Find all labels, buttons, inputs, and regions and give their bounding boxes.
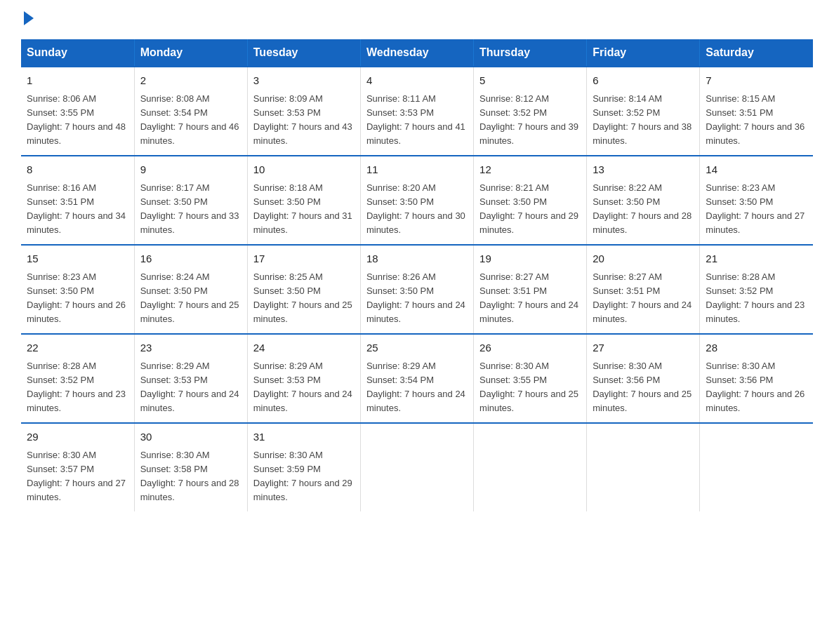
table-row: 8Sunrise: 8:16 AMSunset: 3:51 PMDaylight… <box>21 156 134 245</box>
table-row: 14Sunrise: 8:23 AMSunset: 3:50 PMDayligh… <box>700 156 813 245</box>
table-row <box>360 423 473 511</box>
day-info: Sunrise: 8:09 AMSunset: 3:53 PMDaylight:… <box>253 92 355 149</box>
table-row <box>474 423 587 511</box>
day-info: Sunrise: 8:06 AMSunset: 3:55 PMDaylight:… <box>27 92 128 149</box>
day-number: 20 <box>593 251 694 267</box>
day-info: Sunrise: 8:30 AMSunset: 3:56 PMDaylight:… <box>706 359 807 416</box>
table-row: 19Sunrise: 8:27 AMSunset: 3:51 PMDayligh… <box>474 245 587 334</box>
day-number: 27 <box>593 340 694 356</box>
table-row: 6Sunrise: 8:14 AMSunset: 3:52 PMDaylight… <box>587 67 700 156</box>
day-info: Sunrise: 8:27 AMSunset: 3:51 PMDaylight:… <box>479 270 581 327</box>
day-number: 1 <box>27 73 128 89</box>
weekday-header-friday: Friday <box>587 39 700 67</box>
day-info: Sunrise: 8:30 AMSunset: 3:58 PMDaylight:… <box>140 448 241 505</box>
table-row: 15Sunrise: 8:23 AMSunset: 3:50 PMDayligh… <box>21 245 134 334</box>
day-number: 30 <box>140 429 241 445</box>
table-row: 27Sunrise: 8:30 AMSunset: 3:56 PMDayligh… <box>587 334 700 423</box>
day-info: Sunrise: 8:22 AMSunset: 3:50 PMDaylight:… <box>593 181 694 238</box>
day-number: 21 <box>706 251 807 267</box>
day-number: 11 <box>366 162 468 178</box>
table-row: 1Sunrise: 8:06 AMSunset: 3:55 PMDaylight… <box>21 67 134 156</box>
table-row: 18Sunrise: 8:26 AMSunset: 3:50 PMDayligh… <box>360 245 473 334</box>
table-row: 4Sunrise: 8:11 AMSunset: 3:53 PMDaylight… <box>360 67 473 156</box>
table-row: 11Sunrise: 8:20 AMSunset: 3:50 PMDayligh… <box>360 156 473 245</box>
table-row: 10Sunrise: 8:18 AMSunset: 3:50 PMDayligh… <box>247 156 360 245</box>
day-number: 3 <box>253 73 355 89</box>
day-number: 14 <box>706 162 807 178</box>
calendar-week-3: 15Sunrise: 8:23 AMSunset: 3:50 PMDayligh… <box>21 245 813 334</box>
weekday-header-monday: Monday <box>134 39 247 67</box>
day-number: 10 <box>253 162 355 178</box>
day-info: Sunrise: 8:18 AMSunset: 3:50 PMDaylight:… <box>253 181 355 238</box>
day-info: Sunrise: 8:30 AMSunset: 3:57 PMDaylight:… <box>27 448 128 505</box>
table-row: 21Sunrise: 8:28 AMSunset: 3:52 PMDayligh… <box>700 245 813 334</box>
day-number: 4 <box>366 73 468 89</box>
day-info: Sunrise: 8:28 AMSunset: 3:52 PMDaylight:… <box>27 359 128 416</box>
table-row <box>587 423 700 511</box>
page-header <box>21 14 813 25</box>
table-row: 16Sunrise: 8:24 AMSunset: 3:50 PMDayligh… <box>134 245 247 334</box>
day-info: Sunrise: 8:20 AMSunset: 3:50 PMDaylight:… <box>366 181 468 238</box>
table-row: 25Sunrise: 8:29 AMSunset: 3:54 PMDayligh… <box>360 334 473 423</box>
day-number: 13 <box>593 162 694 178</box>
day-info: Sunrise: 8:23 AMSunset: 3:50 PMDaylight:… <box>706 181 807 238</box>
day-info: Sunrise: 8:15 AMSunset: 3:51 PMDaylight:… <box>706 92 807 149</box>
table-row: 30Sunrise: 8:30 AMSunset: 3:58 PMDayligh… <box>134 423 247 511</box>
day-number: 7 <box>706 73 807 89</box>
day-info: Sunrise: 8:30 AMSunset: 3:56 PMDaylight:… <box>593 359 694 416</box>
table-row: 2Sunrise: 8:08 AMSunset: 3:54 PMDaylight… <box>134 67 247 156</box>
day-info: Sunrise: 8:12 AMSunset: 3:52 PMDaylight:… <box>479 92 581 149</box>
weekday-row: SundayMondayTuesdayWednesdayThursdayFrid… <box>21 39 813 67</box>
day-info: Sunrise: 8:29 AMSunset: 3:53 PMDaylight:… <box>140 359 241 416</box>
calendar-week-5: 29Sunrise: 8:30 AMSunset: 3:57 PMDayligh… <box>21 423 813 511</box>
table-row: 24Sunrise: 8:29 AMSunset: 3:53 PMDayligh… <box>247 334 360 423</box>
day-number: 17 <box>253 251 355 267</box>
day-number: 18 <box>366 251 468 267</box>
day-info: Sunrise: 8:11 AMSunset: 3:53 PMDaylight:… <box>366 92 468 149</box>
day-number: 26 <box>479 340 581 356</box>
table-row: 26Sunrise: 8:30 AMSunset: 3:55 PMDayligh… <box>474 334 587 423</box>
logo-text <box>21 14 34 25</box>
day-number: 6 <box>593 73 694 89</box>
logo-arrow-icon <box>24 11 34 25</box>
day-info: Sunrise: 8:25 AMSunset: 3:50 PMDaylight:… <box>253 270 355 327</box>
day-info: Sunrise: 8:30 AMSunset: 3:55 PMDaylight:… <box>479 359 581 416</box>
weekday-header-tuesday: Tuesday <box>247 39 360 67</box>
weekday-header-wednesday: Wednesday <box>360 39 473 67</box>
day-number: 19 <box>479 251 581 267</box>
day-number: 29 <box>27 429 128 445</box>
calendar-body: 1Sunrise: 8:06 AMSunset: 3:55 PMDaylight… <box>21 67 813 511</box>
day-info: Sunrise: 8:30 AMSunset: 3:59 PMDaylight:… <box>253 448 355 505</box>
weekday-header-sunday: Sunday <box>21 39 134 67</box>
calendar-week-2: 8Sunrise: 8:16 AMSunset: 3:51 PMDaylight… <box>21 156 813 245</box>
table-row: 5Sunrise: 8:12 AMSunset: 3:52 PMDaylight… <box>474 67 587 156</box>
day-info: Sunrise: 8:24 AMSunset: 3:50 PMDaylight:… <box>140 270 241 327</box>
table-row: 3Sunrise: 8:09 AMSunset: 3:53 PMDaylight… <box>247 67 360 156</box>
table-row: 29Sunrise: 8:30 AMSunset: 3:57 PMDayligh… <box>21 423 134 511</box>
day-number: 23 <box>140 340 241 356</box>
day-info: Sunrise: 8:21 AMSunset: 3:50 PMDaylight:… <box>479 181 581 238</box>
day-info: Sunrise: 8:28 AMSunset: 3:52 PMDaylight:… <box>706 270 807 327</box>
day-info: Sunrise: 8:26 AMSunset: 3:50 PMDaylight:… <box>366 270 468 327</box>
day-info: Sunrise: 8:23 AMSunset: 3:50 PMDaylight:… <box>27 270 128 327</box>
day-info: Sunrise: 8:29 AMSunset: 3:54 PMDaylight:… <box>366 359 468 416</box>
day-number: 24 <box>253 340 355 356</box>
table-row: 31Sunrise: 8:30 AMSunset: 3:59 PMDayligh… <box>247 423 360 511</box>
table-row: 23Sunrise: 8:29 AMSunset: 3:53 PMDayligh… <box>134 334 247 423</box>
day-number: 9 <box>140 162 241 178</box>
day-number: 22 <box>27 340 128 356</box>
weekday-header-saturday: Saturday <box>700 39 813 67</box>
table-row: 9Sunrise: 8:17 AMSunset: 3:50 PMDaylight… <box>134 156 247 245</box>
table-row: 22Sunrise: 8:28 AMSunset: 3:52 PMDayligh… <box>21 334 134 423</box>
table-row: 12Sunrise: 8:21 AMSunset: 3:50 PMDayligh… <box>474 156 587 245</box>
table-row: 20Sunrise: 8:27 AMSunset: 3:51 PMDayligh… <box>587 245 700 334</box>
day-info: Sunrise: 8:17 AMSunset: 3:50 PMDaylight:… <box>140 181 241 238</box>
day-number: 8 <box>27 162 128 178</box>
day-info: Sunrise: 8:08 AMSunset: 3:54 PMDaylight:… <box>140 92 241 149</box>
day-info: Sunrise: 8:29 AMSunset: 3:53 PMDaylight:… <box>253 359 355 416</box>
day-number: 28 <box>706 340 807 356</box>
table-row: 7Sunrise: 8:15 AMSunset: 3:51 PMDaylight… <box>700 67 813 156</box>
day-number: 12 <box>479 162 581 178</box>
logo <box>21 14 34 25</box>
day-info: Sunrise: 8:14 AMSunset: 3:52 PMDaylight:… <box>593 92 694 149</box>
